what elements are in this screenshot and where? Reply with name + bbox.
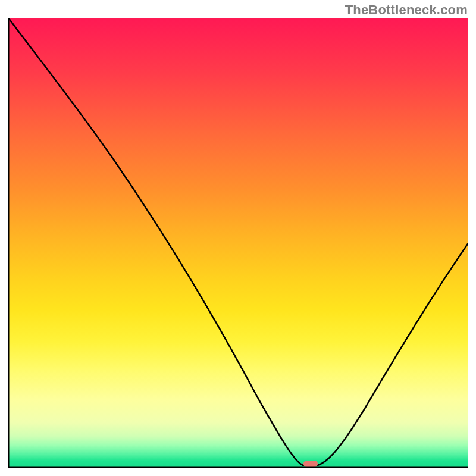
- chart-svg: [8, 18, 468, 468]
- watermark-text: TheBottleneck.com: [345, 2, 468, 18]
- bottleneck-curve: [8, 18, 468, 465]
- optimal-marker: [303, 461, 318, 467]
- plot-area: [8, 18, 468, 468]
- chart-container: TheBottleneck.com: [0, 0, 476, 476]
